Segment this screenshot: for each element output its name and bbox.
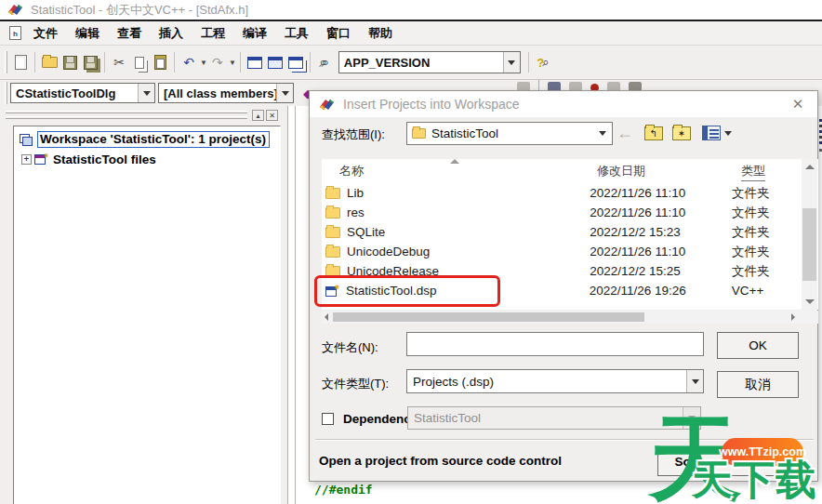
vertical-scrollbar[interactable] bbox=[802, 159, 817, 310]
sort-ascending-icon bbox=[450, 159, 459, 164]
workspace-view-icon[interactable] bbox=[245, 52, 265, 73]
scroll-down-icon[interactable] bbox=[805, 299, 815, 304]
horizontal-scrollbar[interactable] bbox=[322, 311, 818, 324]
column-name[interactable]: 名称 bbox=[339, 163, 364, 179]
file-name-label: 文件名(N): bbox=[322, 339, 378, 356]
menu-item[interactable]: 帮助 bbox=[364, 25, 397, 42]
standard-toolbar: ✂ ↶▼ ↷▼ ⌕⌕ APP_VERSION ?⌕ bbox=[0, 46, 822, 80]
toolbar-grip[interactable] bbox=[5, 51, 7, 73]
ok-button[interactable]: OK bbox=[717, 332, 799, 359]
pane-close-icon[interactable]: ✕ bbox=[266, 110, 278, 121]
visual-studio-logo-icon bbox=[7, 3, 23, 17]
look-in-value: StatisticTool bbox=[426, 126, 593, 140]
clipped-toolbar-icon[interactable] bbox=[629, 82, 642, 90]
file-type: 文件夹 bbox=[732, 185, 787, 202]
file-type-combo[interactable]: Projects (.dsp) bbox=[406, 369, 704, 393]
tree-item-project-files[interactable]: + ✷ StatisticTool files bbox=[14, 153, 280, 166]
wizardbar-grip[interactable] bbox=[5, 82, 7, 104]
tree-item-workspace[interactable]: Workspace 'StatisticTool': 1 project(s) bbox=[14, 131, 280, 148]
redo-icon[interactable]: ↷ bbox=[207, 52, 228, 73]
output-view-icon[interactable] bbox=[265, 52, 285, 73]
dialog-close-icon[interactable]: ✕ bbox=[788, 96, 808, 113]
new-folder-icon[interactable]: ✶ bbox=[672, 122, 691, 144]
menu-item[interactable]: 编译 bbox=[238, 25, 272, 42]
class-combo-dropdown-icon[interactable] bbox=[138, 84, 154, 102]
pane-grip[interactable] bbox=[6, 116, 247, 119]
look-in-dropdown-icon[interactable] bbox=[593, 131, 612, 136]
scroll-right-icon[interactable] bbox=[791, 313, 795, 321]
clipped-toolbar-icon[interactable] bbox=[548, 82, 561, 90]
class-combo-value: CStatisticToolDlg bbox=[11, 86, 138, 100]
class-combo[interactable]: CStatisticToolDlg bbox=[10, 83, 155, 103]
menu-item[interactable]: 查看 bbox=[113, 25, 146, 42]
up-one-level-icon[interactable]: ↰ bbox=[644, 122, 663, 144]
mdi-document-icon[interactable]: h bbox=[9, 26, 21, 40]
menu-item[interactable]: 文件 bbox=[29, 25, 62, 42]
dialog-title: Insert Projects into Workspace bbox=[343, 97, 520, 112]
vertical-scroll-thumb[interactable] bbox=[802, 208, 816, 281]
clipped-toolbar-icon[interactable] bbox=[517, 82, 530, 90]
undo-icon[interactable]: ↶ bbox=[179, 52, 199, 73]
scroll-up-icon[interactable] bbox=[805, 165, 815, 169]
find-in-files-icon[interactable]: ⌕⌕ bbox=[314, 52, 335, 73]
tree-item-label: Workspace 'StatisticTool': 1 project(s) bbox=[37, 131, 270, 148]
file-type-dropdown-icon[interactable] bbox=[686, 370, 703, 392]
save-icon[interactable] bbox=[60, 52, 80, 73]
look-in-combo[interactable]: StatisticTool bbox=[406, 122, 613, 145]
menu-item[interactable]: 工程 bbox=[196, 25, 230, 42]
dialog-titlebar[interactable]: Insert Projects into Workspace ✕ bbox=[310, 91, 817, 117]
file-name: UnicodeDebug bbox=[347, 245, 590, 259]
file-list-row[interactable]: res 2022/11/26 11:10 文件夹 bbox=[322, 203, 787, 222]
window-title: StatisticTool - 创天中文VC++ - [StdAfx.h] bbox=[31, 2, 248, 19]
file-date: 2022/11/26 11:10 bbox=[590, 245, 732, 259]
folder-icon bbox=[325, 207, 340, 219]
members-combo-dropdown-icon[interactable] bbox=[276, 84, 293, 102]
open-file-icon[interactable] bbox=[39, 52, 60, 73]
cut-icon[interactable]: ✂ bbox=[109, 52, 129, 73]
scroll-left-icon[interactable] bbox=[325, 313, 328, 321]
new-file-icon[interactable] bbox=[10, 52, 31, 73]
file-name-input[interactable] bbox=[406, 332, 704, 356]
windows-view-icon[interactable] bbox=[285, 52, 306, 73]
search-help-icon[interactable]: ?⌕ bbox=[533, 52, 553, 73]
expand-plus-icon[interactable]: + bbox=[21, 154, 32, 165]
column-date[interactable]: 修改日期 bbox=[597, 163, 645, 179]
folder-icon bbox=[325, 188, 340, 199]
members-combo[interactable]: [All class members] bbox=[158, 83, 294, 103]
find-combo[interactable]: APP_VERSION bbox=[338, 51, 521, 73]
pane-grip[interactable] bbox=[6, 111, 247, 113]
screen: { "window": { "title": "StatisticTool - … bbox=[0, 0, 822, 504]
menu-item[interactable]: 编辑 bbox=[71, 25, 104, 42]
back-icon[interactable]: ← bbox=[616, 122, 633, 144]
file-list-row[interactable]: Lib 2022/11/26 11:10 文件夹 bbox=[322, 183, 787, 203]
clipped-toolbar-icon[interactable] bbox=[569, 82, 582, 90]
find-combo-dropdown-icon[interactable] bbox=[503, 52, 520, 73]
cancel-button[interactable]: 取消 bbox=[717, 371, 799, 398]
tree-item-label: StatisticTool files bbox=[53, 153, 156, 166]
paste-icon[interactable] bbox=[150, 52, 170, 73]
pane-dock-icon[interactable]: ▴ bbox=[252, 110, 264, 121]
file-date: 2022/12/2 15:23 bbox=[590, 225, 732, 239]
clipped-toolbar-icon[interactable] bbox=[607, 82, 620, 90]
copy-icon[interactable] bbox=[129, 52, 150, 73]
dependency-checkbox[interactable] bbox=[322, 413, 334, 425]
redo-dropdown-icon[interactable]: ▼ bbox=[229, 59, 236, 67]
views-menu-icon[interactable] bbox=[702, 122, 732, 144]
menu-item[interactable]: 窗口 bbox=[322, 25, 355, 42]
workspace-pane: ▴ ✕ Workspace 'StatisticTool': 1 project… bbox=[0, 106, 288, 504]
breakpoint-icon[interactable] bbox=[590, 84, 599, 90]
file-type: 文件夹 bbox=[732, 263, 787, 280]
look-in-label: 查找范围(I): bbox=[322, 126, 385, 143]
column-type[interactable]: 类型 bbox=[741, 163, 765, 181]
file-name: Lib bbox=[347, 186, 590, 200]
file-list-row[interactable]: SQLite 2022/12/2 15:23 文件夹 bbox=[322, 222, 787, 242]
menu-item[interactable]: 插入 bbox=[154, 25, 188, 42]
save-all-icon[interactable] bbox=[80, 52, 100, 73]
menu-item[interactable]: 工具 bbox=[280, 25, 313, 42]
file-list-row[interactable]: UnicodeDebug 2022/11/26 11:10 文件夹 bbox=[322, 242, 787, 261]
undo-dropdown-icon[interactable]: ▼ bbox=[200, 59, 207, 67]
menu-bar: h 文件编辑查看插入工程编译工具窗口帮助 bbox=[0, 21, 822, 46]
horizontal-scroll-thumb[interactable] bbox=[333, 312, 644, 322]
members-combo-value: [All class members] bbox=[159, 86, 276, 100]
file-date: 2022/11/26 19:26 bbox=[590, 284, 732, 298]
